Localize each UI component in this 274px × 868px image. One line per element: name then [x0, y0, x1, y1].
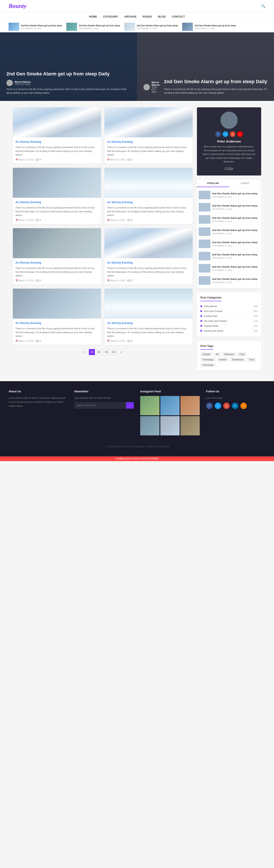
tag-technology-2[interactable]: Technology	[200, 363, 215, 367]
card-5-meta: 📅 March 14, 2018 💬 05	[15, 279, 99, 282]
author-twitter-btn[interactable]: t	[222, 131, 228, 137]
pagination-page-09[interactable]: 04	[111, 349, 117, 355]
footer-grid: About Us Lorem ipsum dolor sit amet, con…	[8, 390, 266, 435]
hero-left-date: 13TH OCT 2019	[14, 83, 31, 86]
nav-pages[interactable]: PAGES	[140, 12, 155, 21]
sp-title-6: 2nd Gen Smoke Alarm get up from sleep	[212, 253, 260, 256]
hero-right-author-row: Marvel Maison 13TH OCT 2019	[143, 81, 160, 93]
card-7[interactable]: An Stormy Evening There is a moment in t…	[13, 289, 101, 345]
card-3[interactable]: An Stormy Evening There is a moment in t…	[13, 168, 101, 224]
top-header: Bounty 🔍	[0, 0, 274, 12]
sidebar-post-1[interactable]: 2nd Gen Smoke Alarm get up from sleep SE…	[199, 189, 260, 201]
cat-dot-4	[200, 320, 202, 322]
card-grid-2: An Stormy Evening There is a moment in t…	[13, 168, 193, 224]
tag-fashion[interactable]: Fashion	[217, 358, 229, 362]
hero-left[interactable]: 2nd Gen Smoke Alarm get up from sleep Da…	[0, 32, 137, 101]
category-item-2[interactable]: Tours and Travels (45)	[200, 309, 258, 314]
author-facebook-btn[interactable]: f	[215, 131, 221, 137]
sidebar-post-6[interactable]: 2nd Gen Smoke Alarm get up from sleep SE…	[199, 250, 260, 262]
pagination-page-current[interactable]: 02	[89, 349, 95, 355]
ticker-thumb-4	[182, 23, 193, 31]
sidebar-post-7[interactable]: 2nd Gen Smoke Alarm get up from sleep SE…	[199, 262, 260, 275]
author-google-btn[interactable]: g	[230, 131, 236, 137]
footer-google-link[interactable]: g	[223, 403, 230, 409]
sp-title-7: 2nd Gen Smoke Alarm get up from sleep	[212, 265, 260, 269]
tag-food-2[interactable]: Food	[247, 358, 256, 362]
footer-newsletter-title: Newsletter	[74, 390, 134, 393]
cat-dot-2	[200, 310, 202, 312]
card-grid-1: An Stormy Evening There is a moment in t…	[13, 107, 193, 163]
sp-title-1: 2nd Gen Smoke Alarm get up from sleep	[212, 192, 260, 195]
newsletter-email-input[interactable]	[74, 402, 126, 409]
sidebar-post-8[interactable]: 2nd Gen Smoke Alarm get up from sleep SE…	[199, 275, 260, 286]
card-2[interactable]: An Stormy Evening There is a moment in t…	[104, 107, 193, 163]
tag-technology-1[interactable]: Technology	[200, 358, 215, 362]
category-item-6[interactable]: Games and Sports (19)	[200, 329, 258, 333]
sp-thumb-3	[199, 215, 210, 224]
tab-latest[interactable]: LATEST	[229, 180, 261, 187]
hero-section: 2nd Gen Smoke Alarm get up from sleep Da…	[0, 32, 274, 101]
ticker-item[interactable]: 2nd Gen Smoke Alarm get up from sleep SE…	[182, 23, 236, 31]
categories-title: Post Categories	[200, 296, 221, 301]
footer-blogger-link[interactable]: b	[240, 403, 247, 409]
card-1-meta: 📅 March 14, 2018 💬 05	[15, 159, 99, 161]
sidebar-post-2[interactable]: 2nd Gen Smoke Alarm get up from sleep SE…	[199, 201, 260, 213]
search-icon[interactable]: 🔍	[261, 4, 266, 8]
calendar-icon-4: 📅	[107, 219, 110, 221]
nav-archive[interactable]: ARCHIVE	[122, 12, 140, 21]
tag-food-1[interactable]: Food	[237, 352, 247, 356]
pagination-page-04[interactable]: 03	[103, 349, 109, 355]
ticker-item[interactable]: 2nd Gen Smoke Alarm get up from sleep SE…	[8, 23, 62, 31]
newsletter-submit-button[interactable]: →	[126, 402, 134, 409]
logo[interactable]: Bounty	[8, 3, 27, 9]
insta-thumb-1[interactable]	[140, 396, 160, 415]
card-4[interactable]: An Stormy Evening There is a moment in t…	[104, 168, 193, 224]
tag-art[interactable]: Art	[214, 352, 221, 356]
sidebar-post-3[interactable]: 2nd Gen Smoke Alarm get up from sleep SE…	[199, 213, 260, 226]
footer-about-text: Lorem ipsum dolor sit amet, consectetur …	[8, 396, 68, 408]
hero-right-title: 2nd Gen Smoke Alarm get up from sleep Da…	[164, 79, 268, 85]
card-6[interactable]: An Stormy Evening There is a moment in t…	[104, 228, 193, 284]
category-item-1[interactable]: International (36)	[200, 304, 258, 309]
insta-thumb-5[interactable]	[160, 416, 180, 435]
instagram-grid	[140, 396, 200, 435]
footer-twitter-link[interactable]: t	[215, 403, 221, 409]
nav-contact[interactable]: CONTACT	[169, 12, 188, 21]
comment-icon-8: 💬	[127, 340, 130, 342]
sidebar-post-5[interactable]: 2nd Gen Smoke Alarm get up from sleep SE…	[199, 238, 260, 250]
ticker-item[interactable]: 2nd Gen Smoke Alarm get up from sleep SE…	[66, 23, 120, 31]
insta-thumb-4[interactable]	[140, 416, 160, 435]
card-1[interactable]: An Stormy Evening There is a moment in t…	[13, 107, 101, 163]
pagination-prev[interactable]: ‹	[81, 349, 88, 355]
insta-thumb-2[interactable]	[160, 396, 180, 415]
insta-thumb-3[interactable]	[180, 396, 200, 415]
author-name: Peter Anderson	[201, 140, 257, 143]
category-item-4[interactable]: Life Style and Fashion (72)	[200, 319, 258, 323]
tag-adventure[interactable]: Adventure	[222, 352, 236, 356]
footer-facebook-link[interactable]: f	[206, 403, 212, 409]
sp-date-4: SEPTEMBER 14, 2018	[212, 232, 260, 235]
sidebar-post-4[interactable]: 2nd Gen Smoke Alarm get up from sleep SE…	[199, 226, 260, 238]
card-5-excerpt: There is a moment in the life of any asp…	[15, 266, 99, 278]
card-8[interactable]: An Stormy Evening There is a moment in t…	[104, 289, 193, 345]
nav-home[interactable]: HOME	[86, 12, 100, 21]
footer-copyright: © 2018 All rights reserved | This templa…	[8, 442, 266, 448]
author-youtube-btn[interactable]: y	[237, 131, 243, 137]
tab-popular[interactable]: POPULAR	[197, 180, 229, 187]
insta-thumb-6[interactable]	[180, 416, 200, 435]
hero-right-excerpt: There is a moment in the life of any asp…	[164, 87, 268, 94]
card-5[interactable]: An Stormy Evening There is a moment in t…	[13, 228, 101, 284]
pagination-page-03[interactable]: 02	[96, 349, 102, 355]
category-item-5[interactable]: Organic News (27)	[200, 323, 258, 329]
tag-architecture[interactable]: Architecture	[230, 358, 245, 362]
calendar-icon-7: 📅	[15, 340, 18, 342]
hero-right[interactable]: Marvel Maison 13TH OCT 2019 2nd Gen Smok…	[137, 32, 274, 101]
pagination-next[interactable]: ›	[118, 349, 124, 355]
nav-blog[interactable]: BLOG	[155, 12, 169, 21]
ticker-item[interactable]: 2nd Gen Smoke Alarm get up from sleep SE…	[124, 23, 178, 31]
nav-category[interactable]: CATEGORY	[100, 12, 122, 21]
tag-lifestyle[interactable]: Lifestyle	[200, 352, 212, 356]
category-item-3[interactable]: Cooking Tips (23)	[200, 314, 258, 319]
footer-linkedin-link[interactable]: in	[232, 403, 238, 409]
card-8-image	[104, 289, 193, 319]
